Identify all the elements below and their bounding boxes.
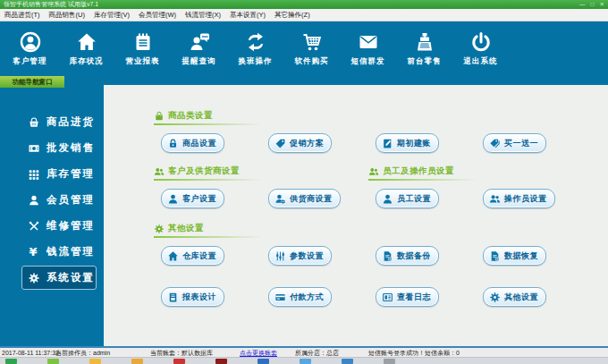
section-title: 客户及供货商设置 (168, 165, 240, 177)
taskbar-item[interactable] (300, 359, 311, 364)
toolbar-button-8[interactable]: 退出系统 (452, 21, 509, 76)
taskbar-item[interactable] (131, 359, 143, 364)
sidebar-item-label: 会员管理 (46, 193, 95, 207)
title-bar: 领智手机销售管理系统 试用版v7.1 — □ ✕ (0, 0, 608, 9)
toolbar-button-2[interactable]: 营业报表 (114, 21, 171, 76)
menu-item-6[interactable]: 其它操作(Z) (274, 11, 310, 20)
taskbar-item[interactable] (258, 359, 269, 364)
setting-button[interactable]: 报表设计 (161, 287, 224, 307)
setting-button-label: 参数设置 (290, 250, 324, 262)
setting-button[interactable]: 参数设置 (268, 246, 332, 266)
setting-button[interactable]: 员工设置 (376, 189, 439, 208)
banknote-icon (28, 142, 40, 155)
users-icon (368, 166, 379, 177)
setting-button-label: 期初建账 (397, 138, 431, 149)
basket-icon (28, 116, 40, 129)
status-account: 当前账套：默认数据库 (150, 349, 213, 357)
gear-icon (28, 272, 40, 284)
setting-button[interactable]: 查看日志 (376, 287, 439, 307)
maximize-button[interactable]: □ (591, 0, 595, 9)
sidebar-item-4[interactable]: 维修管理 (0, 213, 101, 239)
menu-item-3[interactable]: 会员管理(W) (139, 11, 176, 20)
register-icon (414, 31, 435, 53)
toolbar-button-label: 库存状况 (70, 56, 104, 67)
sliders-icon (274, 250, 286, 262)
toolbar-button-label: 营业报表 (126, 56, 160, 67)
change-account-link[interactable]: 点击更换账套 (240, 349, 277, 357)
close-button[interactable]: ✕ (600, 0, 604, 9)
toolbar-button-0[interactable]: 客户管理 (2, 21, 58, 76)
setting-button[interactable]: 买一送一 (483, 133, 546, 153)
taskbar-item[interactable] (342, 359, 353, 364)
house-icon (167, 250, 179, 262)
power-icon (470, 31, 492, 53)
toolbar-button-7[interactable]: 前台零售 (396, 21, 452, 76)
section-title: 其他设置 (168, 223, 204, 234)
setting-button[interactable]: 数据备份 (376, 246, 439, 266)
toolbar-button-label: 软件购买 (295, 56, 329, 67)
sidebar-item-3[interactable]: 会员管理 (0, 187, 101, 213)
sidebar-item-5[interactable]: ¥钱流管理 (0, 239, 101, 265)
tools-icon (28, 220, 40, 233)
report-icon (167, 292, 179, 303)
log-icon (382, 292, 393, 303)
bag-icon (154, 111, 165, 122)
cart-icon (301, 31, 323, 53)
setting-button[interactable]: 客户设置 (161, 189, 224, 208)
menu-item-1[interactable]: 商品销售(U) (49, 11, 85, 20)
sidebar-item-label: 库存管理 (46, 167, 95, 181)
setting-button[interactable]: 仓库设置 (161, 246, 224, 266)
taskbar-item[interactable] (47, 359, 59, 364)
toolbar-button-1[interactable]: 库存状况 (58, 21, 114, 76)
sidebar-item-label: 维修管理 (46, 219, 95, 233)
taskbar-item[interactable] (5, 359, 17, 364)
menu-item-2[interactable]: 库存管理(V) (94, 11, 130, 20)
toolbar-button-label: 换班操作 (239, 56, 273, 67)
setting-button[interactable]: 操作员设置 (483, 189, 555, 208)
sidebar-item-6[interactable]: 系统设置 (0, 265, 101, 291)
sidebar-item-1[interactable]: 批发销售 (0, 135, 101, 161)
sidebar-item-0[interactable]: 商品进货 (0, 109, 101, 135)
taskbar-sliver (0, 357, 608, 364)
card-icon (274, 292, 286, 303)
setting-button[interactable]: 促销方案 (268, 133, 332, 153)
yen-icon: ¥ (28, 245, 40, 258)
setting-button[interactable]: 其他设置 (483, 287, 546, 307)
taskbar-item[interactable] (384, 359, 395, 364)
status-branch: 所属分店：总店 (295, 349, 339, 357)
section-title: 商品类设置 (168, 110, 213, 122)
users-icon (489, 193, 501, 205)
menu-item-4[interactable]: 钱流管理(X) (185, 11, 221, 20)
setting-button[interactable]: 付款方式 (268, 287, 332, 307)
doc-gear-icon (489, 250, 501, 262)
setting-button-label: 其他设置 (504, 292, 538, 303)
setting-button[interactable]: 供货商设置 (268, 189, 341, 208)
user-icon (167, 193, 179, 205)
setting-button[interactable]: 数据恢复 (483, 246, 546, 266)
minimize-button[interactable]: — (579, 0, 586, 9)
menu-item-5[interactable]: 基本设置(Y) (230, 11, 266, 20)
sidebar-item-2[interactable]: 库存管理 (0, 161, 101, 187)
toolbar-button-3[interactable]: 提醒查询 (171, 21, 227, 76)
tag-icon (274, 138, 286, 149)
taskbar-item[interactable] (89, 359, 101, 364)
taskbar-item[interactable] (215, 359, 227, 364)
menu-item-0[interactable]: 商品进货(T) (4, 11, 40, 20)
toolbar-button-label: 短信群发 (351, 56, 385, 67)
setting-button-label: 促销方案 (290, 138, 324, 149)
setting-button[interactable]: 期初建账 (376, 133, 439, 153)
section-title: 员工及操作员设置 (383, 165, 454, 177)
section-header: 商品类设置 (154, 110, 213, 122)
app-window: 领智手机销售管理系统 试用版v7.1 — □ ✕ 商品进货(T)商品销售(U)库… (0, 0, 608, 364)
toolbar-button-label: 退出系统 (464, 56, 498, 67)
sidebar-item-label: 商品进货 (46, 115, 95, 129)
nav-panel-tab[interactable]: 功能导航窗口 (0, 76, 64, 88)
toolbar-button-4[interactable]: 换班操作 (227, 21, 283, 76)
main-panel: 商品类设置商品设置促销方案期初建账买一送一客户及供货商设置员工及操作员设置客户设… (104, 85, 608, 348)
status-operator: 当前操作员：admin (55, 349, 110, 357)
taskbar-item[interactable] (173, 359, 185, 364)
setting-button[interactable]: 商品设置 (161, 133, 224, 153)
toolbar-button-5[interactable]: 软件购买 (283, 21, 340, 76)
toolbar-button-6[interactable]: 短信群发 (340, 21, 396, 76)
gear-icon (154, 224, 165, 234)
